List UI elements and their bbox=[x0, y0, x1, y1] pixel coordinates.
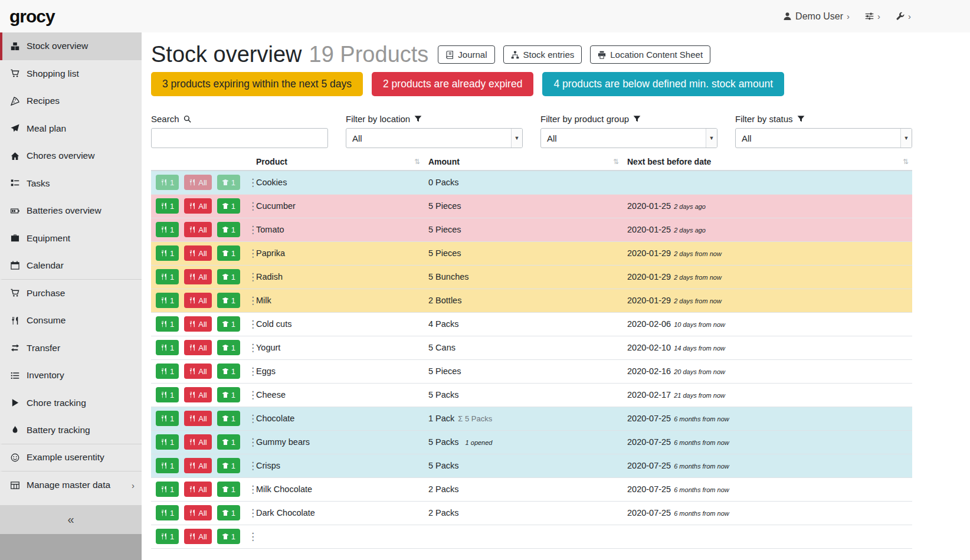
sidebar-item-batteries-overview[interactable]: Batteries overview bbox=[0, 197, 142, 225]
toolbar-button-location-content-sheet[interactable]: Location Content Sheet bbox=[590, 45, 710, 64]
consume-one-button[interactable]: 1 bbox=[156, 505, 179, 520]
grocy-logo[interactable]: grocy bbox=[9, 6, 55, 27]
user-menu[interactable]: Demo User › bbox=[783, 11, 850, 22]
sidebar-item-manage-master-data[interactable]: Manage master data › bbox=[0, 471, 142, 499]
open-one-button[interactable]: 1 bbox=[217, 505, 240, 520]
consume-all-button[interactable]: All bbox=[184, 363, 211, 379]
consume-all-button[interactable]: All bbox=[184, 505, 211, 520]
consume-one-button[interactable]: 1 bbox=[156, 458, 179, 473]
open-one-button[interactable]: 1 bbox=[217, 458, 240, 473]
consume-all-button[interactable]: All bbox=[184, 245, 211, 261]
consume-one-button[interactable]: 1 bbox=[156, 363, 179, 379]
sidebar-item-inventory[interactable]: Inventory bbox=[0, 362, 142, 389]
sidebar-item-transfer[interactable]: Transfer bbox=[0, 335, 142, 362]
column-header-product[interactable]: Product ⇅ bbox=[251, 153, 424, 171]
consume-one-button[interactable]: 1 bbox=[156, 269, 179, 284]
sidebar-item-example-userentity[interactable]: Example userentity bbox=[0, 444, 142, 472]
sidebar-item-label: Chores overview bbox=[27, 150, 94, 161]
consume-one-button[interactable]: 1 bbox=[156, 411, 179, 426]
consume-one-button[interactable]: 1 bbox=[156, 482, 179, 497]
sidebar-item-icon bbox=[9, 371, 21, 380]
consume-all-button[interactable]: All bbox=[184, 482, 211, 497]
sidebar-collapse-button[interactable]: « bbox=[0, 505, 142, 534]
open-box-icon bbox=[222, 320, 229, 328]
consume-one-button[interactable]: 1 bbox=[156, 434, 179, 450]
status-filter-label: Filter by status bbox=[735, 113, 912, 125]
toolbar-button-icon bbox=[511, 51, 519, 59]
consume-one-button[interactable]: 1 bbox=[156, 198, 179, 214]
open-one-button[interactable]: 1 bbox=[217, 222, 240, 237]
alert-badge-warning[interactable]: 3 products expiring within the next 5 da… bbox=[151, 72, 363, 96]
sidebar-item-shopping-list[interactable]: Shopping list bbox=[0, 60, 142, 88]
sidebar-item-chores-overview[interactable]: Chores overview bbox=[0, 142, 142, 170]
column-header-amount[interactable]: Amount ⇅ bbox=[424, 153, 622, 171]
consume-one-button[interactable]: 1 bbox=[156, 175, 179, 190]
column-header-next-best-before-date[interactable]: Next best before date ⇅ bbox=[622, 153, 912, 171]
consume-all-button[interactable]: All bbox=[184, 411, 211, 426]
sidebar-item-consume[interactable]: Consume bbox=[0, 307, 142, 335]
row-actions: 1 All 1 bbox=[156, 224, 260, 234]
consume-one-button[interactable]: 1 bbox=[156, 245, 179, 261]
open-one-button[interactable]: 1 bbox=[217, 198, 240, 214]
open-one-button[interactable]: 1 bbox=[217, 434, 240, 450]
sidebar-item-equipment[interactable]: Equipment bbox=[0, 225, 142, 253]
wrench-icon bbox=[896, 12, 905, 21]
open-one-button[interactable]: 1 bbox=[217, 245, 240, 261]
settings-menu[interactable]: › bbox=[865, 11, 880, 21]
open-one-button[interactable]: 1 bbox=[217, 482, 240, 497]
alert-badge-info[interactable]: 4 products are below defined min. stock … bbox=[542, 72, 784, 96]
consume-all-button[interactable]: All bbox=[184, 529, 211, 544]
table-row: 1 All 1 bbox=[151, 430, 912, 454]
location-filter-select[interactable]: All ▼ bbox=[346, 128, 523, 148]
row-menu-button[interactable]: ⋮ bbox=[245, 529, 260, 544]
open-one-button[interactable]: 1 bbox=[217, 411, 240, 426]
sidebar-item-calendar[interactable]: Calendar bbox=[0, 252, 142, 280]
consume-one-button[interactable]: 1 bbox=[156, 222, 179, 237]
consume-one-button[interactable]: 1 bbox=[156, 387, 179, 402]
consume-one-button[interactable]: 1 bbox=[156, 340, 179, 355]
consume-one-button[interactable]: 1 bbox=[156, 316, 179, 332]
sidebar-item-recipes[interactable]: Recipes bbox=[0, 87, 142, 115]
consume-all-button[interactable]: All bbox=[184, 175, 211, 190]
consume-all-button[interactable]: All bbox=[184, 434, 211, 450]
consume-one-button[interactable]: 1 bbox=[156, 293, 179, 308]
product-name: Milk Chocolate bbox=[251, 477, 424, 501]
column-header[interactable] bbox=[151, 153, 251, 171]
toolbar-button-journal[interactable]: Journal bbox=[438, 45, 494, 64]
sidebar-item-stock-overview[interactable]: Stock overview bbox=[0, 32, 142, 60]
open-one-button[interactable]: 1 bbox=[217, 387, 240, 402]
open-one-button[interactable]: 1 bbox=[217, 363, 240, 379]
consume-one-button[interactable]: 1 bbox=[156, 529, 179, 544]
sidebar-item-chore-tracking[interactable]: Chore tracking bbox=[0, 389, 142, 417]
best-before-date: 2020-01-252 days ago bbox=[622, 194, 912, 218]
sidebar-item-tasks[interactable]: Tasks bbox=[0, 170, 142, 198]
alert-badge-danger[interactable]: 2 products are already expired bbox=[372, 72, 533, 96]
open-one-button[interactable]: 1 bbox=[217, 340, 240, 355]
consume-all-button[interactable]: All bbox=[184, 387, 211, 402]
product-name: Radish bbox=[251, 265, 424, 289]
sidebar-item-meal-plan[interactable]: Meal plan bbox=[0, 115, 142, 143]
open-one-button[interactable]: 1 bbox=[217, 269, 240, 284]
consume-all-button[interactable]: All bbox=[184, 198, 211, 214]
consume-all-button[interactable]: All bbox=[184, 222, 211, 237]
consume-all-button[interactable]: All bbox=[184, 458, 211, 473]
row-actions: 1 All 1 bbox=[156, 413, 260, 423]
consume-all-button[interactable]: All bbox=[184, 340, 211, 355]
search-input[interactable] bbox=[151, 128, 328, 148]
product-name: Gummy bears bbox=[251, 430, 424, 454]
admin-menu[interactable]: › bbox=[896, 11, 911, 21]
open-one-button[interactable]: 1 bbox=[217, 529, 240, 544]
consume-all-button[interactable]: All bbox=[184, 269, 211, 284]
sidebar-item-icon bbox=[9, 152, 21, 161]
consume-all-button[interactable]: All bbox=[184, 316, 211, 332]
open-one-button[interactable]: 1 bbox=[217, 175, 240, 190]
open-one-button[interactable]: 1 bbox=[217, 316, 240, 332]
consume-all-button[interactable]: All bbox=[184, 293, 211, 308]
product-amount: 5 Packs bbox=[424, 383, 622, 407]
sidebar-item-purchase[interactable]: Purchase bbox=[0, 280, 142, 307]
product-group-filter-select[interactable]: All ▼ bbox=[540, 128, 717, 148]
toolbar-button-stock-entries[interactable]: Stock entries bbox=[503, 45, 582, 64]
status-filter-select[interactable]: All ▼ bbox=[735, 128, 912, 148]
sidebar-item-battery-tracking[interactable]: Battery tracking bbox=[0, 417, 142, 444]
open-one-button[interactable]: 1 bbox=[217, 293, 240, 308]
